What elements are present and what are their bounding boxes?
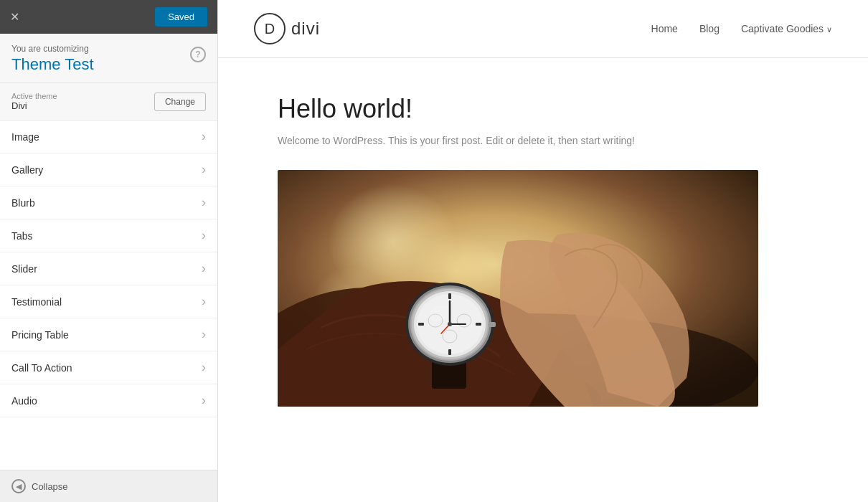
logo-area: D divi (254, 13, 320, 44)
sidebar-item-testimonial[interactable]: Testimonial› (0, 285, 217, 318)
svg-rect-19 (418, 323, 424, 326)
sidebar-header: ✕ Saved (0, 0, 217, 34)
nav-chevron-icon: ∨ (826, 25, 832, 34)
customizing-label: You are customizing (11, 44, 190, 54)
post-excerpt: Welcome to WordPress. This is your first… (278, 133, 808, 148)
chevron-right-icon: › (202, 129, 206, 144)
sidebar-item-tabs[interactable]: Tabs› (0, 219, 217, 252)
collapse-icon: ◀ (11, 479, 26, 493)
chevron-right-icon: › (202, 261, 206, 276)
help-button[interactable]: ? (190, 47, 206, 62)
sidebar: ✕ Saved You are customizing Theme Test ?… (0, 0, 218, 502)
chevron-right-icon: › (202, 195, 206, 210)
chevron-right-icon: › (202, 327, 206, 342)
sidebar-item-label-image: Image (11, 131, 39, 143)
sidebar-item-gallery[interactable]: Gallery› (0, 153, 217, 186)
logo-icon: D (254, 13, 286, 44)
sidebar-item-label-tabs: Tabs (11, 230, 33, 242)
main-content: D divi HomeBlogCaptivate Goodies ∨ Hello… (218, 0, 868, 502)
active-theme-name: Divi (11, 100, 57, 111)
post-title: Hello world! (278, 94, 808, 124)
nav-item-home[interactable]: Home (651, 23, 678, 34)
post-image-container (278, 170, 758, 407)
chevron-right-icon: › (202, 360, 206, 375)
menu-list: Image›Gallery›Blurb›Tabs›Slider›Testimon… (0, 120, 217, 470)
close-button[interactable]: ✕ (10, 11, 19, 23)
sidebar-item-label-pricing-table: Pricing Table (11, 329, 69, 341)
sidebar-item-audio[interactable]: Audio› (0, 384, 217, 417)
saved-button[interactable]: Saved (155, 7, 207, 27)
svg-point-24 (448, 322, 452, 326)
active-theme-section: Active theme Divi Change (0, 83, 217, 120)
sidebar-item-label-call-to-action: Call To Action (11, 362, 72, 374)
chevron-right-icon: › (202, 162, 206, 177)
sidebar-item-label-blurb: Blurb (11, 197, 35, 209)
theme-name: Theme Test (11, 55, 94, 73)
chevron-right-icon: › (202, 294, 206, 309)
sidebar-item-slider[interactable]: Slider› (0, 252, 217, 285)
collapse-label: Collapse (32, 481, 68, 492)
svg-rect-17 (448, 293, 451, 299)
svg-rect-20 (476, 323, 481, 326)
chevron-right-icon: › (202, 228, 206, 243)
nav-item-blog[interactable]: Blog (699, 23, 720, 34)
sidebar-item-label-slider: Slider (11, 263, 37, 275)
main-body: Hello world! Welcome to WordPress. This … (256, 58, 830, 435)
sidebar-item-label-gallery: Gallery (11, 164, 43, 176)
customizing-section: You are customizing Theme Test ? (0, 34, 217, 83)
change-theme-button[interactable]: Change (154, 93, 206, 111)
svg-rect-18 (448, 349, 451, 355)
svg-rect-25 (489, 322, 496, 327)
sidebar-item-blurb[interactable]: Blurb› (0, 186, 217, 219)
sidebar-item-pricing-table[interactable]: Pricing Table› (0, 318, 217, 351)
site-header: D divi HomeBlogCaptivate Goodies ∨ (218, 0, 868, 58)
post-image (278, 170, 758, 407)
sidebar-item-call-to-action[interactable]: Call To Action› (0, 351, 217, 384)
site-nav: HomeBlogCaptivate Goodies ∨ (651, 23, 832, 34)
nav-item-captivate-goodies[interactable]: Captivate Goodies ∨ (741, 23, 832, 34)
sidebar-item-label-audio: Audio (11, 395, 37, 407)
sidebar-item-label-testimonial: Testimonial (11, 296, 62, 308)
collapse-bar[interactable]: ◀ Collapse (0, 470, 217, 502)
active-theme-label: Active theme (11, 92, 57, 100)
logo-text: divi (291, 19, 320, 39)
sidebar-item-image[interactable]: Image› (0, 120, 217, 153)
chevron-right-icon: › (202, 393, 206, 408)
